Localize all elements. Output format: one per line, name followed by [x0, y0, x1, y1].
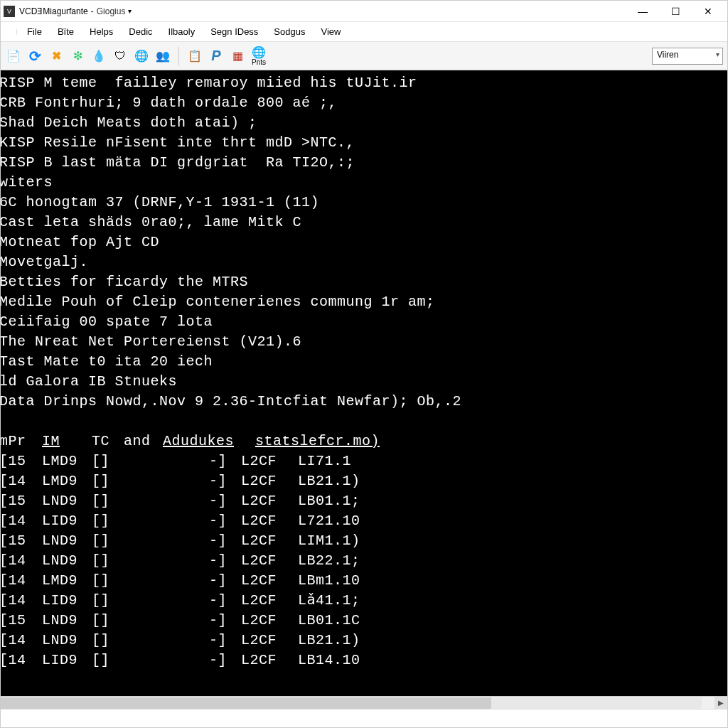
prints-label: Pnts	[252, 58, 266, 66]
window-title: VCDƎMiagurfante	[19, 6, 88, 16]
scrollbar-thumb[interactable]	[1, 697, 491, 709]
leaf-icon[interactable]: ❇	[69, 48, 86, 65]
app-window: V VCDƎMiagurfante - Giogius ▾ — ☐ ✕ File…	[0, 0, 728, 728]
toolbar: 📄 ⟳ ✖ ❇ 💧 🛡 🌐 👥 📋 P ▦ 🌐 Pnts Viiren	[1, 42, 727, 70]
scrollbar-track[interactable]	[1, 697, 702, 709]
scrollbar-right-arrow[interactable]: ▶	[714, 697, 727, 710]
p-icon[interactable]: P	[208, 48, 225, 65]
globe-icon[interactable]: 🌐	[133, 48, 150, 65]
menu-app[interactable]	[4, 29, 17, 35]
menu-file[interactable]: File	[20, 23, 49, 40]
close-button[interactable]: ✕	[692, 1, 724, 22]
people-icon[interactable]: 👥	[154, 48, 171, 65]
terminal-output[interactable]: RISP M teme failley remaroy miied his tU…	[1, 70, 727, 696]
statusbar: ▶	[1, 696, 727, 727]
toolbar-separator-1	[178, 47, 179, 65]
menubar: File Bïte Helps Dedic Ilbaoly Segn IDess…	[1, 22, 727, 42]
shield-icon[interactable]: 🛡	[112, 48, 129, 65]
prints-globe-icon: 🌐	[250, 46, 267, 58]
title-separator: -	[91, 6, 94, 16]
menu-bite[interactable]: Bïte	[50, 23, 81, 40]
new-doc-icon[interactable]: 📄	[5, 48, 22, 65]
menu-ilbaoly[interactable]: Ilbaoly	[161, 23, 203, 40]
window-subtitle: Giogius	[97, 6, 126, 16]
menu-view[interactable]: View	[314, 23, 348, 40]
menu-sodgus[interactable]: Sodgus	[267, 23, 312, 40]
title-dropdown-caret[interactable]: ▾	[128, 7, 132, 15]
prints-button[interactable]: 🌐 Pnts	[250, 46, 267, 66]
drop-icon[interactable]: 💧	[90, 48, 107, 65]
refresh-icon[interactable]: ⟳	[26, 48, 43, 65]
menu-segn-idess[interactable]: Segn IDess	[203, 23, 265, 40]
menu-helps[interactable]: Helps	[82, 23, 120, 40]
minimize-button[interactable]: —	[626, 1, 659, 22]
maximize-button[interactable]: ☐	[659, 1, 692, 22]
menu-dedic[interactable]: Dedic	[122, 23, 159, 40]
grid-icon[interactable]: ▦	[229, 48, 246, 65]
calendar-icon[interactable]: 📋	[186, 48, 203, 65]
horizontal-scrollbar[interactable]: ▶	[1, 697, 727, 710]
view-select[interactable]: Viiren	[652, 48, 723, 65]
app-icon: V	[4, 6, 15, 17]
titlebar: V VCDƎMiagurfante - Giogius ▾ — ☐ ✕	[1, 1, 727, 22]
close-x-icon[interactable]: ✖	[48, 48, 65, 65]
